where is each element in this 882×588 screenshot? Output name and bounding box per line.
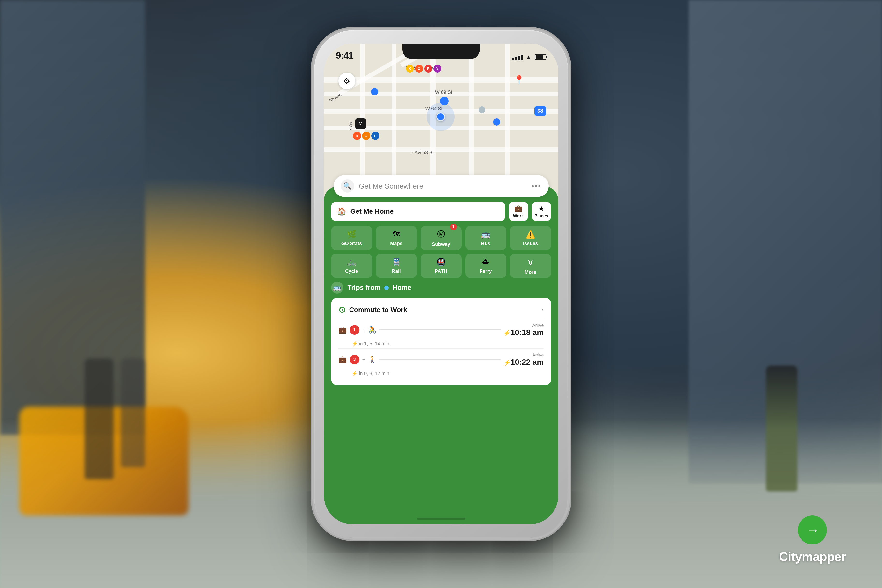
trips-header-icon: 🚌 <box>331 282 343 294</box>
signal-bar-3 <box>518 56 520 60</box>
transit-item-ferry[interactable]: ⛴ Ferry <box>465 254 506 278</box>
trip-row-1[interactable]: 💼 1 + 🚴 Arrive ⚡10:18 am <box>338 319 544 341</box>
trip-card[interactable]: ⊙ Commute to Work › 💼 1 + 🚴 Arrive <box>331 298 551 385</box>
trip-1-depart-text: ⚡ in 1, 5, 14 min <box>352 341 389 346</box>
trip-2-dash <box>380 359 500 360</box>
trip-1-arrive-time: ⚡10:18 am <box>504 328 544 337</box>
battery-icon <box>535 54 546 60</box>
more-icon: ∨ <box>527 256 534 267</box>
cycle-label: Cycle <box>345 268 358 274</box>
bottom-panel: 🔍 Get Me Somewhere ••• 🏠 Get Me Home 💼 W… <box>324 186 558 525</box>
maps-icon: 🗺 <box>393 230 400 239</box>
trip-card-header: ⊙ Commute to Work › <box>338 305 544 315</box>
trip-1-time: Arrive ⚡10:18 am <box>504 323 544 337</box>
places-label: Places <box>534 213 548 219</box>
trip-2-arrive-time: ⚡10:22 am <box>504 358 544 367</box>
places-icon: ★ <box>538 204 544 212</box>
search-bar[interactable]: 🔍 Get Me Somewhere ••• <box>333 175 549 197</box>
transit-item-more[interactable]: ∨ More <box>510 254 551 278</box>
bus-label: Bus <box>481 241 490 246</box>
transit-dot-blue-3 <box>493 118 500 126</box>
transit-item-maps[interactable]: 🗺 Maps <box>376 226 417 250</box>
trips-section: 🚌 Trips from Home ⊙ Commute to Work <box>331 282 551 388</box>
transit-item-bus[interactable]: 🚌 Bus <box>465 226 506 250</box>
home-indicator <box>417 518 465 520</box>
rail-icon: 🚆 <box>392 257 401 267</box>
trip-1-bike-icon: 🚴 <box>368 326 376 334</box>
cycle-icon: 🚲 <box>347 257 357 267</box>
signal-bars-icon <box>512 54 523 60</box>
quick-actions-row: 🏠 Get Me Home 💼 Work ★ Places <box>331 202 551 221</box>
transit-grid: 🌿 GO Stats 🗺 Maps 1 Ⓜ Subway 🚌 Bus <box>331 226 551 282</box>
transit-item-rail[interactable]: 🚆 Rail <box>376 254 417 278</box>
path-label: PATH <box>435 268 447 274</box>
home-icon: 🏠 <box>337 207 346 216</box>
work-button[interactable]: 💼 Work <box>509 202 528 221</box>
trip-2-arrive-label: Arrive <box>504 352 544 358</box>
subway-m-badge: M <box>356 118 366 129</box>
transit-row-2: 🚲 Cycle 🚆 Rail 🚇 PATH ⛴ Ferry <box>331 254 551 278</box>
trip-2-subway-badge: 3 <box>350 355 359 364</box>
citymapper-logo: → <box>798 516 827 544</box>
badge-o: O <box>415 65 423 72</box>
badge-o2: O <box>362 132 370 140</box>
trip-2-time: Arrive ⚡10:22 am <box>504 352 544 367</box>
transit-item-issues[interactable]: ⚠️ Issues <box>510 226 551 250</box>
home-label: Get Me Home <box>351 208 394 215</box>
transit-item-path[interactable]: 🚇 PATH <box>421 254 462 278</box>
maps-label: Maps <box>390 241 402 246</box>
transit-badges-bottom: D O E <box>353 132 380 140</box>
user-location-dot <box>436 112 445 121</box>
trip-2-plus: + <box>362 357 366 363</box>
subway-notification-badge: 1 <box>450 224 457 230</box>
trip-2-briefcase-icon: 💼 <box>338 356 347 363</box>
badge-k: K <box>406 65 414 72</box>
location-pulse <box>427 103 454 131</box>
phone-screen: 9:41 ▲ <box>324 44 558 525</box>
badge-v: V <box>434 65 441 72</box>
signal-bar-4 <box>520 55 523 60</box>
navigate-icon: ⊙ <box>338 305 346 315</box>
destination-pin: 📍 <box>514 75 525 85</box>
settings-gear-button[interactable]: ⚙ <box>338 72 356 89</box>
citymapper-logo-arrows: → <box>806 522 819 538</box>
bg-person2 <box>121 358 145 467</box>
bus-icon: 🚌 <box>481 230 490 239</box>
trip-1-arrive-label: Arrive <box>504 323 544 328</box>
badge-d: D <box>353 132 361 140</box>
transit-item-subway[interactable]: 1 Ⓜ Subway <box>421 226 462 250</box>
go-stats-label: GO Stats <box>341 241 362 246</box>
commute-title-text: Commute to Work <box>349 306 408 314</box>
battery-fill <box>536 56 543 59</box>
transit-badges-top: K O R V <box>406 65 441 72</box>
subway-icon: Ⓜ <box>437 229 445 240</box>
bg-person-right <box>766 366 797 491</box>
lightning-icon-1: ⚡ <box>504 330 511 336</box>
ferry-label: Ferry <box>480 268 492 274</box>
citymapper-name: Citymapper <box>779 549 846 564</box>
bg-person1 <box>85 358 114 479</box>
trip-1-briefcase-icon: 💼 <box>338 326 347 334</box>
transit-dot-gray <box>478 106 485 113</box>
status-icons: ▲ <box>512 53 546 61</box>
get-me-home-button[interactable]: 🏠 Get Me Home <box>331 202 505 221</box>
places-button[interactable]: ★ Places <box>532 202 551 221</box>
transit-item-go-stats[interactable]: 🌿 GO Stats <box>331 226 372 250</box>
more-options-button[interactable]: ••• <box>531 182 542 190</box>
transit-row-1: 🌿 GO Stats 🗺 Maps 1 Ⓜ Subway 🚌 Bus <box>331 226 551 250</box>
trip-2-depart-text: ⚡ in 0, 3, 12 min <box>352 371 389 376</box>
transit-dot-blue-2 <box>371 88 378 96</box>
trips-header-text: Trips from Home <box>348 284 411 291</box>
search-placeholder[interactable]: Get Me Somewhere <box>359 182 531 190</box>
trip-row-2[interactable]: 💼 3 + 🚶 Arrive ⚡10:22 am <box>338 348 544 370</box>
phone-notch <box>402 44 480 59</box>
path-icon: 🚇 <box>436 257 446 267</box>
issues-label: Issues <box>523 241 538 246</box>
trip-1-plus: + <box>362 327 366 333</box>
transit-item-cycle[interactable]: 🚲 Cycle <box>331 254 372 278</box>
trips-transit-icon: 🚌 <box>333 284 341 291</box>
wifi-icon: ▲ <box>525 53 532 61</box>
trip-1-depart-note: ⚡ in 1, 5, 14 min <box>338 341 544 348</box>
signal-bar-2 <box>515 57 517 60</box>
search-icon: 🔍 <box>343 182 352 190</box>
